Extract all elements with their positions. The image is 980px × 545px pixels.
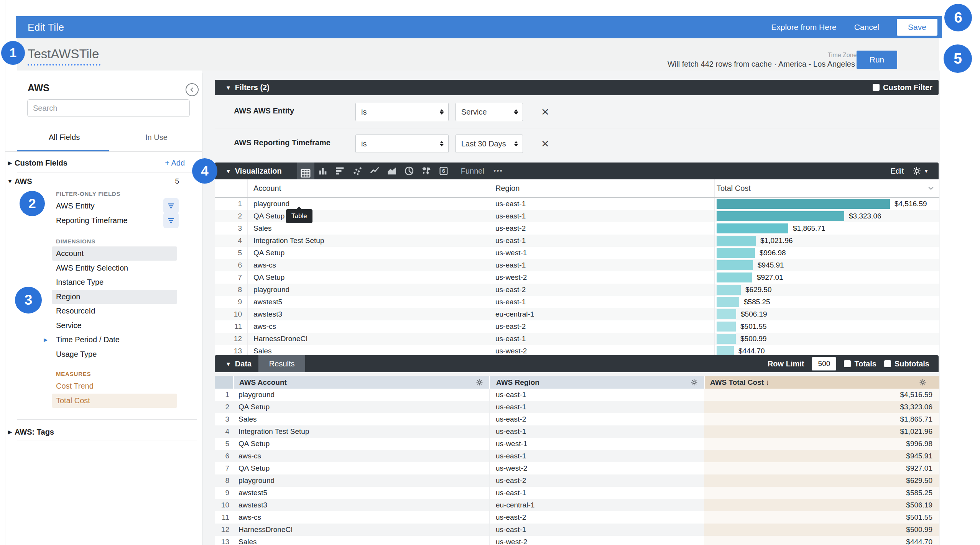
data-cell-total-cost[interactable]: $444.70 xyxy=(704,536,939,545)
more-viz-types-icon[interactable]: ••• xyxy=(493,167,503,175)
filters-section-header[interactable]: ▼ Filters (2) Custom Filter xyxy=(215,80,939,95)
aws-tags-group-row[interactable]: ▶ AWS: Tags xyxy=(5,424,202,440)
data-cell-total-cost[interactable]: $501.55 xyxy=(704,511,939,524)
column-menu-icon[interactable] xyxy=(928,186,939,190)
data-cell-total-cost[interactable]: $927.01 xyxy=(704,462,939,474)
viz-cell-region[interactable]: us-west-2 xyxy=(492,345,714,355)
data-cell-region[interactable]: us-east-1 xyxy=(489,487,704,499)
data-cell-total-cost[interactable]: $506.19 xyxy=(704,499,939,511)
viz-cell-account[interactable]: QA Setup xyxy=(247,247,492,259)
collapse-panel-button[interactable] xyxy=(186,83,199,96)
viz-settings-button[interactable]: ▼ xyxy=(912,166,929,176)
tab-in-use[interactable]: In Use xyxy=(145,133,168,142)
field-item-reporting-timeframe[interactable]: Reporting Timeframe xyxy=(52,213,177,228)
custom-filter-checkbox[interactable] xyxy=(873,84,880,91)
data-cell-region[interactable]: us-east-1 xyxy=(489,450,704,462)
visualization-section-header[interactable]: ▼ Visualization 6 Funnel ••• Edit ▼ xyxy=(215,163,939,179)
data-cell-region[interactable]: us-west-1 xyxy=(489,438,704,450)
dimension-region[interactable]: Region xyxy=(52,290,177,304)
viz-type-column-icon[interactable] xyxy=(314,163,332,179)
viz-type-pie-icon[interactable] xyxy=(401,163,418,179)
dimension-resourceid[interactable]: ResourceId xyxy=(52,304,177,318)
viz-cell-total-cost[interactable]: $506.19 xyxy=(714,308,939,320)
viz-cell-account[interactable]: playground xyxy=(247,198,492,210)
subtotals-checkbox[interactable] xyxy=(884,360,891,367)
viz-cell-region[interactable]: us-east-1 xyxy=(492,259,714,271)
data-cell-region[interactable]: us-west-2 xyxy=(489,462,704,474)
data-cell-region[interactable]: us-east-1 xyxy=(489,524,704,536)
measure-cost-trend[interactable]: Cost Trend xyxy=(52,379,177,393)
column-gear-button[interactable] xyxy=(691,379,698,386)
data-cell-region[interactable]: us-east-1 xyxy=(489,401,704,413)
viz-cell-account[interactable]: playground xyxy=(247,284,492,296)
viz-cell-total-cost[interactable]: $585.25 xyxy=(714,296,939,308)
tile-name-input[interactable]: TestAWSTile xyxy=(28,47,100,66)
viz-type-funnel[interactable]: Funnel xyxy=(461,167,484,176)
viz-cell-total-cost[interactable]: $629.50 xyxy=(714,284,939,296)
viz-type-line-icon[interactable] xyxy=(366,163,383,179)
data-cell-region[interactable]: us-west-2 xyxy=(489,536,704,545)
viz-cell-account[interactable]: Sales xyxy=(247,345,492,355)
data-col-aws-account[interactable]: AWS Account xyxy=(233,376,489,389)
custom-fields-row[interactable]: ▶ Custom Fields + Add xyxy=(5,155,202,171)
data-cell-account[interactable]: playground xyxy=(233,474,489,487)
data-cell-account[interactable]: Sales xyxy=(233,413,489,425)
column-gear-button[interactable] xyxy=(919,379,926,386)
results-tab[interactable]: Results xyxy=(258,355,305,372)
viz-cell-total-cost[interactable]: $500.99 xyxy=(714,333,939,345)
data-cell-region[interactable]: us-east-1 xyxy=(489,389,704,401)
viz-cell-account[interactable]: awstest3 xyxy=(247,308,492,320)
row-limit-input[interactable] xyxy=(812,357,836,371)
data-cell-total-cost[interactable]: $996.98 xyxy=(704,438,939,450)
viz-cell-total-cost[interactable]: $945.91 xyxy=(714,259,939,271)
data-cell-total-cost[interactable]: $500.99 xyxy=(704,524,939,536)
viz-cell-account[interactable]: aws-cs xyxy=(247,320,492,333)
filter-by-field-button[interactable] xyxy=(163,213,179,228)
add-custom-field-button[interactable]: + Add xyxy=(165,159,185,167)
filter-value-select[interactable]: Last 30 Days xyxy=(455,135,523,153)
data-cell-account[interactable]: aws-cs xyxy=(233,511,489,524)
data-cell-total-cost[interactable]: $945.91 xyxy=(704,450,939,462)
search-input[interactable] xyxy=(28,100,189,117)
cancel-button[interactable]: Cancel xyxy=(854,23,879,32)
viz-cell-region[interactable]: us-west-1 xyxy=(492,247,714,259)
remove-filter-icon[interactable]: × xyxy=(541,137,549,150)
data-cell-account[interactable]: Sales xyxy=(233,536,489,545)
dimension-service[interactable]: Service xyxy=(52,318,177,333)
viz-cell-account[interactable]: QA Setup xyxy=(247,271,492,284)
viz-cell-account[interactable]: Integration Test Setup xyxy=(247,235,492,247)
viz-col-region[interactable]: Region xyxy=(492,179,714,197)
viz-cell-total-cost[interactable]: $444.70 xyxy=(714,345,939,355)
viz-col-total-cost[interactable]: Total Cost xyxy=(714,179,939,197)
filter-operator-select[interactable]: is xyxy=(355,103,449,121)
viz-cell-region[interactable]: us-east-1 xyxy=(492,235,714,247)
viz-cell-account[interactable]: aws-cs xyxy=(247,259,492,271)
field-item-aws-entity[interactable]: AWS Entity xyxy=(52,199,177,213)
viz-type-scatter-icon[interactable] xyxy=(349,163,366,179)
data-cell-total-cost[interactable]: $3,323.06 xyxy=(704,401,939,413)
viz-cell-total-cost[interactable]: $3,323.06 xyxy=(714,210,939,222)
data-cell-account[interactable]: QA Setup xyxy=(233,401,489,413)
data-cell-total-cost[interactable]: $1,865.71 xyxy=(704,413,939,425)
data-cell-region[interactable]: eu-central-1 xyxy=(489,499,704,511)
data-cell-total-cost[interactable]: $4,516.59 xyxy=(704,389,939,401)
data-cell-account[interactable]: awstest3 xyxy=(233,499,489,511)
data-cell-region[interactable]: us-east-2 xyxy=(489,413,704,425)
data-cell-account[interactable]: awstest5 xyxy=(233,487,489,499)
filter-operator-select[interactable]: is xyxy=(355,135,449,153)
data-cell-account[interactable]: Integration Test Setup xyxy=(233,425,489,438)
viz-type-area-icon[interactable] xyxy=(383,163,401,179)
save-button[interactable]: Save xyxy=(897,19,937,36)
dimension-aws-entity-selection[interactable]: AWS Entity Selection xyxy=(52,261,177,275)
viz-cell-region[interactable]: us-east-1 xyxy=(492,210,714,222)
filter-value-select[interactable]: Service xyxy=(455,103,523,121)
data-cell-total-cost[interactable]: $629.50 xyxy=(704,474,939,487)
data-col-aws-region[interactable]: AWS Region xyxy=(489,376,704,389)
data-cell-region[interactable]: us-east-2 xyxy=(489,474,704,487)
data-cell-account[interactable]: QA Setup xyxy=(233,462,489,474)
viz-cell-total-cost[interactable]: $501.55 xyxy=(714,320,939,333)
filter-by-field-button[interactable] xyxy=(163,198,179,213)
viz-cell-account[interactable]: Sales xyxy=(247,222,492,235)
viz-edit-button[interactable]: Edit xyxy=(891,167,904,176)
data-cell-total-cost[interactable]: $1,021.96 xyxy=(704,425,939,438)
